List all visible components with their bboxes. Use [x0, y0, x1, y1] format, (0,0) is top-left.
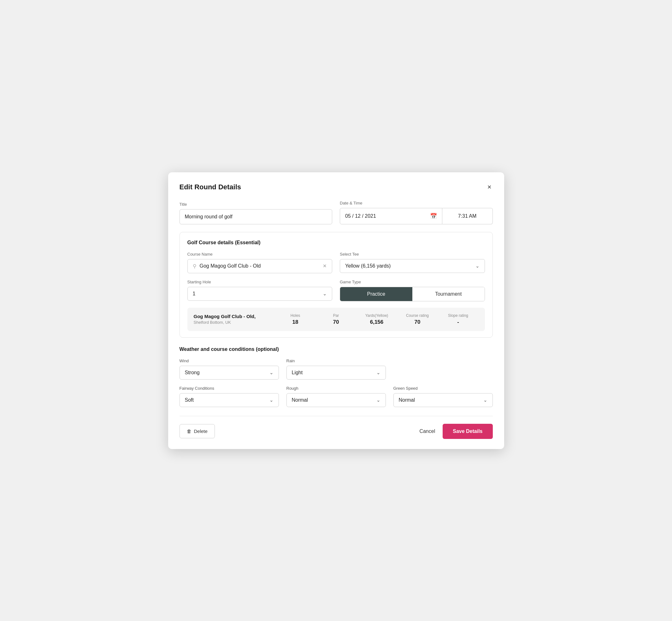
course-name-group: Course Name ⚲ Gog Magog Golf Club - Old … — [187, 252, 333, 273]
select-tee-dropdown[interactable]: Yellow (6,156 yards) ⌄ — [340, 259, 485, 273]
rain-label: Rain — [287, 359, 386, 363]
par-label: Par — [333, 313, 339, 318]
course-tee-row: Course Name ⚲ Gog Magog Golf Club - Old … — [187, 252, 485, 273]
save-button[interactable]: Save Details — [443, 424, 493, 439]
golf-section-title: Golf Course details (Essential) — [187, 240, 485, 246]
datetime-label: Date & Time — [340, 201, 493, 205]
fairway-rough-green-row: Fairway Conditions Soft ⌄ Rough Normal ⌄… — [179, 386, 493, 407]
tournament-toggle-btn[interactable]: Tournament — [412, 287, 485, 301]
golf-course-section: Golf Course details (Essential) Course N… — [179, 232, 493, 338]
course-info-inner: Gog Magog Golf Club - Old, Shelford Bott… — [194, 313, 478, 325]
clear-course-icon[interactable]: ✕ — [323, 263, 327, 269]
wind-rain-row: Wind Strong ⌄ Rain Light ⌄ — [179, 359, 493, 380]
course-name-input[interactable]: ⚲ Gog Magog Golf Club - Old ✕ — [187, 259, 333, 273]
yards-label: Yards(Yellow) — [365, 313, 388, 318]
search-icon: ⚲ — [193, 263, 197, 269]
datetime-group: Date & Time 05 / 12 / 2021 📅 7:31 AM — [340, 201, 493, 224]
title-datetime-row: Title Date & Time 05 / 12 / 2021 📅 7:31 … — [179, 201, 493, 224]
chevron-down-icon: ⌄ — [483, 397, 488, 403]
trash-icon: 🗑 — [187, 428, 192, 434]
holes-value: 18 — [292, 319, 298, 325]
title-group: Title — [179, 202, 333, 224]
date-value: 05 / 12 / 2021 — [345, 213, 376, 219]
starting-hole-label: Starting Hole — [187, 280, 333, 284]
practice-toggle-btn[interactable]: Practice — [340, 287, 412, 301]
close-button[interactable]: × — [486, 182, 493, 192]
par-stat: Par 70 — [316, 313, 356, 325]
holes-stat: Holes 18 — [275, 313, 316, 325]
rough-label: Rough — [287, 386, 386, 391]
weather-title: Weather and course conditions (optional) — [179, 346, 493, 352]
weather-section: Weather and course conditions (optional)… — [179, 346, 493, 407]
rough-dropdown[interactable]: Normal ⌄ — [287, 393, 386, 407]
game-type-toggle: Practice Tournament — [340, 287, 485, 301]
wind-label: Wind — [179, 359, 279, 363]
modal-header: Edit Round Details × — [179, 182, 493, 192]
title-label: Title — [179, 202, 333, 207]
chevron-down-icon: ⌄ — [323, 291, 327, 297]
green-speed-label: Green Speed — [393, 386, 493, 391]
starting-hole-dropdown[interactable]: 1 ⌄ — [187, 287, 333, 301]
footer-row: 🗑 Delete Cancel Save Details — [179, 424, 493, 439]
game-type-label: Game Type — [340, 280, 485, 284]
course-name-label: Course Name — [187, 252, 333, 256]
course-name-value: Gog Magog Golf Club - Old — [200, 263, 320, 269]
holes-label: Holes — [291, 313, 300, 318]
slope-rating-value: - — [457, 319, 459, 325]
course-rating-stat: Course rating 70 — [397, 313, 438, 325]
title-input[interactable] — [179, 209, 333, 224]
date-input[interactable]: 05 / 12 / 2021 📅 — [340, 208, 442, 224]
footer-divider — [179, 416, 493, 416]
delete-label: Delete — [194, 428, 208, 434]
modal-title: Edit Round Details — [179, 183, 241, 191]
datetime-row: 05 / 12 / 2021 📅 7:31 AM — [340, 208, 493, 224]
rain-group: Rain Light ⌄ — [287, 359, 386, 380]
chevron-down-icon: ⌄ — [376, 397, 380, 403]
footer-right: Cancel Save Details — [419, 424, 493, 439]
rain-value: Light — [292, 370, 376, 375]
green-speed-group: Green Speed Normal ⌄ — [393, 386, 493, 407]
wind-group: Wind Strong ⌄ — [179, 359, 279, 380]
fairway-label: Fairway Conditions — [179, 386, 279, 391]
cancel-button[interactable]: Cancel — [419, 428, 435, 434]
chevron-down-icon: ⌄ — [269, 397, 274, 403]
yards-stat: Yards(Yellow) 6,156 — [356, 313, 397, 325]
slope-rating-stat: Slope rating - — [438, 313, 478, 325]
course-info-location: Shelford Bottom, UK — [194, 320, 275, 325]
hole-gametype-row: Starting Hole 1 ⌄ Game Type Practice Tou… — [187, 280, 485, 301]
rough-group: Rough Normal ⌄ — [287, 386, 386, 407]
select-tee-group: Select Tee Yellow (6,156 yards) ⌄ — [340, 252, 485, 273]
delete-button[interactable]: 🗑 Delete — [179, 424, 215, 438]
time-value: 7:31 AM — [458, 213, 477, 219]
chevron-down-icon: ⌄ — [376, 370, 380, 375]
course-rating-label: Course rating — [406, 313, 429, 318]
calendar-icon: 📅 — [430, 213, 437, 220]
green-speed-value: Normal — [399, 397, 483, 403]
starting-hole-value: 1 — [193, 291, 323, 297]
course-info-box: Gog Magog Golf Club - Old, Shelford Bott… — [187, 308, 485, 331]
rough-value: Normal — [292, 397, 376, 403]
course-rating-value: 70 — [415, 319, 421, 325]
wind-value: Strong — [185, 370, 269, 375]
select-tee-value: Yellow (6,156 yards) — [345, 263, 475, 269]
starting-hole-group: Starting Hole 1 ⌄ — [187, 280, 333, 301]
fairway-value: Soft — [185, 397, 269, 403]
green-speed-dropdown[interactable]: Normal ⌄ — [393, 393, 493, 407]
par-value: 70 — [333, 319, 339, 325]
chevron-down-icon: ⌄ — [475, 263, 479, 269]
course-name-block: Gog Magog Golf Club - Old, Shelford Bott… — [194, 314, 275, 325]
wind-dropdown[interactable]: Strong ⌄ — [179, 366, 279, 380]
fairway-dropdown[interactable]: Soft ⌄ — [179, 393, 279, 407]
chevron-down-icon: ⌄ — [269, 370, 274, 375]
course-info-name: Gog Magog Golf Club - Old, — [194, 314, 275, 319]
rain-dropdown[interactable]: Light ⌄ — [287, 366, 386, 380]
yards-value: 6,156 — [370, 319, 384, 325]
time-input[interactable]: 7:31 AM — [442, 208, 493, 224]
game-type-group: Game Type Practice Tournament — [340, 280, 485, 301]
select-tee-label: Select Tee — [340, 252, 485, 256]
edit-round-modal: Edit Round Details × Title Date & Time 0… — [168, 172, 504, 449]
slope-rating-label: Slope rating — [448, 313, 468, 318]
fairway-group: Fairway Conditions Soft ⌄ — [179, 386, 279, 407]
